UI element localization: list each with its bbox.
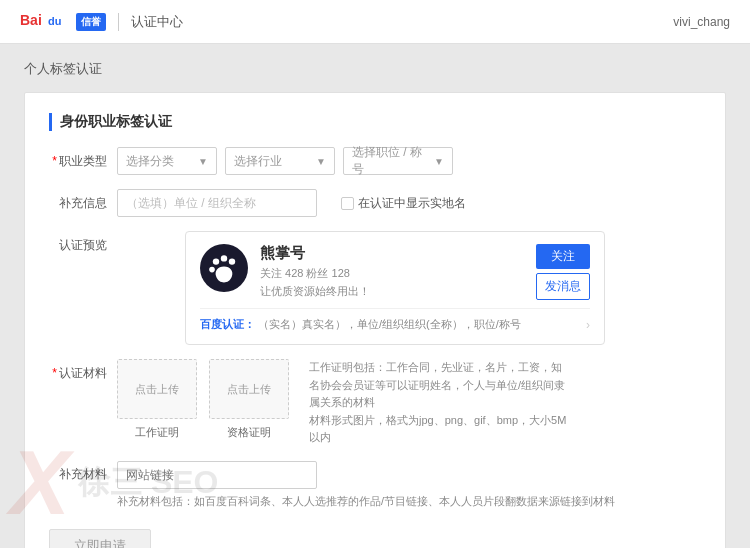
upload-cert-button[interactable]: 点击上传 — [209, 359, 289, 419]
supplement-content: （选填）单位 / 组织全称 在认证中显示实地名 — [117, 189, 701, 217]
industry-arrow-icon: ▼ — [316, 156, 326, 167]
supp-url-input[interactable] — [117, 461, 317, 489]
upload-work-label: 工作证明 — [135, 425, 179, 440]
weibo-name: 熊掌号 — [260, 244, 524, 263]
message-button[interactable]: 发消息 — [536, 273, 590, 300]
auth-preview-row: 认证预览 熊掌号 关注 4 — [49, 231, 701, 345]
baidu-logo-text: Bai du — [20, 9, 72, 35]
supplement-input[interactable]: （选填）单位 / 组织全称 — [117, 189, 317, 217]
cert-material-content: 点击上传 工作证明 点击上传 资格证明 工作证明包括：工作合同，先业证，名片，工… — [117, 359, 569, 447]
submit-button[interactable]: 立即申请 — [49, 529, 151, 548]
weibo-info: 熊掌号 关注 428 粉丝 128 让优质资源始终用出！ — [260, 244, 524, 299]
follow-button[interactable]: 关注 — [536, 244, 590, 269]
supp-material-row: 补充材料 — [49, 461, 317, 489]
submit-row: 立即申请 — [49, 529, 701, 548]
job-type-content: 选择分类 ▼ 选择行业 ▼ 选择职位 / 称号 ▼ — [117, 147, 701, 175]
supp-material-content — [117, 461, 317, 489]
header: Bai du 信誉 认证中心 vivi_chang — [0, 0, 750, 44]
weibo-buttons: 关注 发消息 — [536, 244, 590, 300]
supp-material-label: 补充材料 — [49, 466, 117, 483]
header-left: Bai du 信誉 认证中心 — [20, 9, 183, 35]
cert-material-row: 认证材料 点击上传 工作证明 点击上传 资格证明 — [49, 359, 701, 447]
auth-arrow-icon: › — [586, 318, 590, 332]
industry-select[interactable]: 选择行业 ▼ — [225, 147, 335, 175]
avatar — [200, 244, 248, 292]
header-user[interactable]: vivi_chang — [673, 15, 730, 29]
form-card: 身份职业标签认证 职业类型 选择分类 ▼ 选择行业 ▼ 选择职位 / 称号 ▼ — [24, 92, 726, 548]
position-select[interactable]: 选择职位 / 称号 ▼ — [343, 147, 453, 175]
breadcrumb: 个人标签认证 — [24, 60, 726, 78]
auth-badge-label: 百度认证： （实名）真实名），单位/组织组织(全称），职位/称号 — [200, 317, 521, 332]
cert-material-label: 认证材料 — [49, 359, 117, 382]
upload-work-button[interactable]: 点击上传 — [117, 359, 197, 419]
svg-point-5 — [209, 267, 215, 273]
weibo-stats: 关注 428 粉丝 128 — [260, 266, 524, 281]
job-type-row: 职业类型 选择分类 ▼ 选择行业 ▼ 选择职位 / 称号 ▼ — [49, 147, 701, 175]
weibo-card-inner: 熊掌号 关注 428 粉丝 128 让优质资源始终用出！ 关注 发消息 — [200, 244, 590, 300]
category-arrow-icon: ▼ — [198, 156, 208, 167]
upload-block-cert: 点击上传 资格证明 — [209, 359, 289, 440]
cert-description: 工作证明包括：工作合同，先业证，名片，工资，知名协会会员证等可以证明姓名，个人与… — [309, 359, 569, 447]
svg-point-2 — [213, 258, 219, 264]
supplement-label: 补充信息 — [49, 195, 117, 212]
weibo-auth-row: 百度认证： （实名）真实名），单位/组织组织(全称），职位/称号 › — [200, 308, 590, 332]
supplement-row: 补充信息 （选填）单位 / 组织全称 在认证中显示实地名 — [49, 189, 701, 217]
job-type-label: 职业类型 — [49, 153, 117, 170]
svg-point-4 — [229, 258, 235, 264]
product-badge: 信誉 — [76, 13, 106, 31]
weibo-card: 熊掌号 关注 428 粉丝 128 让优质资源始终用出！ 关注 发消息 百度认证… — [185, 231, 605, 345]
auth-preview-label: 认证预览 — [49, 231, 117, 254]
main-content: 个人标签认证 身份职业标签认证 职业类型 选择分类 ▼ 选择行业 ▼ 选择职位 … — [0, 44, 750, 548]
svg-text:Bai: Bai — [20, 12, 42, 28]
weibo-desc: 让优质资源始终用出！ — [260, 284, 524, 299]
baidu-logo: Bai du 信誉 — [20, 9, 106, 35]
header-divider — [118, 13, 119, 31]
svg-text:du: du — [48, 15, 61, 27]
show-realname-checkbox[interactable] — [341, 197, 354, 210]
upload-block-work: 点击上传 工作证明 — [117, 359, 197, 440]
upload-cert-label: 资格证明 — [227, 425, 271, 440]
supp-material-section: 补充材料 补充材料包括：如百度百科词条、本人人选推荐的作品/节目链接、本人人员片… — [49, 461, 701, 510]
position-arrow-icon: ▼ — [434, 156, 444, 167]
header-title: 认证中心 — [131, 13, 183, 31]
upload-blocks: 点击上传 工作证明 点击上传 资格证明 — [117, 359, 289, 440]
category-select[interactable]: 选择分类 ▼ — [117, 147, 217, 175]
section-title: 身份职业标签认证 — [49, 113, 701, 131]
show-realname-label[interactable]: 在认证中显示实地名 — [341, 195, 466, 212]
supp-description: 补充材料包括：如百度百科词条、本人人选推荐的作品/节目链接、本人人员片段翻数据来… — [117, 493, 615, 510]
svg-point-3 — [221, 255, 227, 261]
